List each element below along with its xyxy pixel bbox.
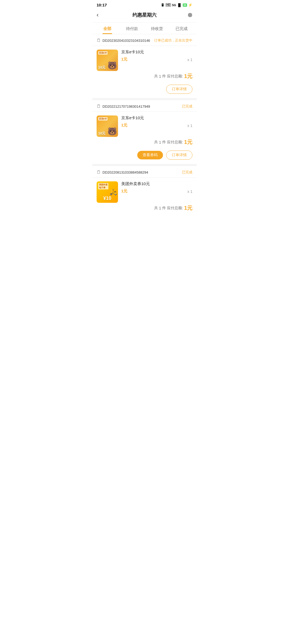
summary-amount-3: 1元 bbox=[184, 204, 192, 212]
summary-middle-3: 件 应付总额: bbox=[162, 206, 183, 211]
summary-amount-2: 1元 bbox=[184, 138, 192, 146]
order-status-2: 已完成 bbox=[182, 104, 192, 109]
charging-icon: ⚡ bbox=[188, 3, 192, 7]
product-name-1: 京东e卡10元 bbox=[121, 50, 192, 55]
order-header-2: 🗒 DD2022121707198301417949 已完成 bbox=[92, 100, 197, 112]
back-button[interactable]: ‹ bbox=[97, 12, 106, 18]
product-qty-3: x 1 bbox=[187, 189, 192, 194]
order-summary-2: 共 1 件 应付总额: 1元 bbox=[92, 137, 197, 148]
jd-label-2: 京东E卡 bbox=[98, 117, 108, 121]
product-info-2: 京东e卡10元 1元 x 1 bbox=[121, 115, 192, 128]
status-time: 10:17 bbox=[97, 3, 107, 7]
order-card-3: 🗒 DD202208131033884588294 已完成 美团外卖电子券 ¥1… bbox=[92, 166, 197, 214]
summary-prefix-3: 共 bbox=[154, 206, 158, 211]
product-image-mt-3: 美团外卖电子券 ¥10 🛵 bbox=[97, 181, 118, 203]
product-price-2: 1元 bbox=[121, 123, 127, 128]
order-icon-1: 🗒 bbox=[97, 38, 101, 43]
order-id-3: DD202208131033884588294 bbox=[102, 170, 148, 174]
order-id-wrap-3: 🗒 DD202208131033884588294 bbox=[97, 170, 148, 175]
order-actions-1: 订单详情 bbox=[92, 83, 197, 98]
jd-bear-1: 🐻 bbox=[108, 61, 117, 70]
wifi-icon: ▐▌ bbox=[177, 3, 182, 7]
close-button[interactable]: ⊗ bbox=[183, 12, 192, 18]
view-coupon-button-2[interactable]: 查看券码 bbox=[137, 151, 163, 159]
product-image-jd-2: 京东E卡 10元 🐻 bbox=[97, 115, 118, 137]
jd-bear-2: 🐻 bbox=[108, 127, 117, 136]
order-icon-3: 🗒 bbox=[97, 170, 101, 175]
mt-label-3: 美团外卖电子券 bbox=[98, 183, 108, 189]
tab-pending-pay[interactable]: 待付款 bbox=[120, 23, 145, 34]
status-bar: 10:17 📳 HD 5G ▐▌ 95 ⚡ bbox=[92, 0, 197, 9]
order-id-wrap-1: 🗒 DD2023020410323104310146 bbox=[97, 38, 150, 43]
order-header-3: 🗒 DD202208131033884588294 已完成 bbox=[92, 166, 197, 178]
jd-label-1: 京东E卡 bbox=[98, 51, 108, 55]
order-status-3: 已完成 bbox=[182, 170, 192, 175]
jd-amount-2: 10元 bbox=[98, 131, 105, 136]
order-summary-1: 共 1 件 应付总额: 1元 bbox=[92, 71, 197, 83]
jd-amount-1: 10元 bbox=[98, 65, 105, 70]
tab-pending-receive[interactable]: 待收货 bbox=[144, 23, 169, 34]
product-name-2: 京东e卡10元 bbox=[121, 115, 192, 121]
product-name-3: 美团外卖券10元 bbox=[121, 181, 192, 186]
summary-prefix-1: 共 bbox=[154, 74, 158, 79]
summary-amount-1: 1元 bbox=[184, 73, 192, 80]
order-icon-2: 🗒 bbox=[97, 104, 101, 109]
hd-icon: HD bbox=[166, 3, 171, 7]
order-detail-button-1[interactable]: 订单详情 bbox=[166, 85, 192, 94]
battery-icon: 95 bbox=[183, 3, 187, 7]
product-qty-2: x 1 bbox=[187, 123, 192, 128]
tab-bar: 全部 待付款 待收货 已完成 bbox=[92, 23, 197, 34]
product-price-1: 1元 bbox=[121, 57, 127, 62]
product-info-1: 京东e卡10元 1元 x 1 bbox=[121, 50, 192, 62]
order-card-1: 🗒 DD2023020410323104310146 订单已成功，正在出货中 京… bbox=[92, 34, 197, 100]
product-qty-1: x 1 bbox=[187, 58, 192, 62]
order-id-1: DD2023020410323104310146 bbox=[102, 39, 150, 43]
signal-icon: 5G bbox=[172, 3, 176, 7]
order-detail-button-2[interactable]: 订单详情 bbox=[166, 151, 192, 160]
summary-prefix-2: 共 bbox=[154, 140, 158, 145]
page-title: 约惠星期六 bbox=[132, 12, 157, 18]
product-image-jd-1: 京东E卡 10元 🐻 bbox=[97, 50, 118, 71]
order-card-2: 🗒 DD2022121707198301417949 已完成 京东E卡 10元 … bbox=[92, 100, 197, 166]
vibrate-icon: 📳 bbox=[161, 3, 165, 7]
summary-count-1: 1 bbox=[159, 74, 161, 78]
order-summary-3: 共 1 件 应付总额: 1元 bbox=[92, 203, 197, 214]
status-icons: 📳 HD 5G ▐▌ 95 ⚡ bbox=[161, 3, 192, 7]
order-header-1: 🗒 DD2023020410323104310146 订单已成功，正在出货中 bbox=[92, 34, 197, 46]
order-id-2: DD2022121707198301417949 bbox=[102, 104, 150, 108]
summary-count-2: 1 bbox=[159, 140, 161, 144]
summary-count-3: 1 bbox=[159, 206, 161, 210]
mt-price-3: ¥10 bbox=[103, 196, 111, 201]
product-info-3: 美团外卖券10元 1元 x 1 bbox=[121, 181, 192, 194]
product-price-3: 1元 bbox=[121, 189, 127, 194]
summary-middle-2: 件 应付总额: bbox=[162, 140, 183, 145]
order-id-wrap-2: 🗒 DD2022121707198301417949 bbox=[97, 104, 150, 109]
tab-completed[interactable]: 已完成 bbox=[169, 23, 194, 34]
order-status-1: 订单已成功，正在出货中 bbox=[154, 38, 192, 43]
tab-all[interactable]: 全部 bbox=[95, 23, 120, 34]
header: ‹ 约惠星期六 ⊗ bbox=[92, 9, 197, 23]
mt-icon-3: 🛵 bbox=[110, 189, 117, 196]
summary-middle-1: 件 应付总额: bbox=[162, 74, 183, 79]
order-actions-2: 查看券码 订单详情 bbox=[92, 148, 197, 164]
